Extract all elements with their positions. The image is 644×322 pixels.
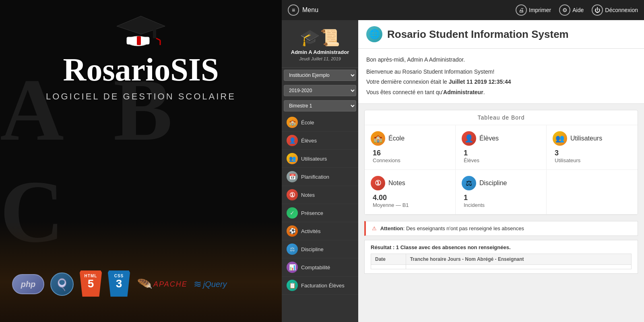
left-panel: A B C RosarioSIS LOGICIEL DE [0, 0, 282, 322]
alert-icon: ⚠ [372, 225, 377, 231]
result-table: Date Tranche horaire Jours - Nom Abrégé … [371, 254, 632, 269]
sidebar-item-presence[interactable]: ✓ Présence [282, 204, 358, 222]
menu-label: Menu [302, 6, 318, 14]
cell-count-ecole: 16 [371, 149, 449, 157]
cell-label-discipline: Incidents [462, 202, 540, 208]
sidebar-item-ecole[interactable]: 🏫 École [282, 114, 358, 132]
sidebar-item-utilisateurs[interactable]: 👥 Utilisateurs [282, 150, 358, 168]
comptabilite-label: Comptabilité [301, 264, 330, 270]
sidebar-item-discipline[interactable]: ⚖ Discipline [282, 240, 358, 258]
cell-icon-utilisateurs: 👥 [553, 131, 567, 146]
ecole-label: École [301, 120, 314, 126]
cell-header-discipline: ⚖ Discipline [462, 176, 540, 190]
css3-badge: CSS 3 [108, 270, 130, 298]
content-title: Rosario Student Information System [387, 28, 569, 41]
welcome-section: Bon après-midi, Admin A Administrador. B… [358, 49, 644, 104]
dashboard-cell-discipline[interactable]: ⚖ Discipline 1 Incidents [456, 170, 547, 215]
cell-icon-eleves: 👤 [462, 131, 476, 146]
menu-button[interactable]: ≡ Menu [288, 4, 318, 16]
cell-count-eleves: 1 [462, 149, 540, 157]
dashboard-cell-utilisateurs[interactable]: 👥 Utilisateurs 3 Utilisateurs [547, 125, 638, 170]
app-body: 🎓📜 Admin A Administrador Jeudi Juillet 1… [282, 20, 644, 322]
right-panel: ≡ Menu 🖨 Imprimer ⚙ Aide ⏻ Déconnexion 🎓… [282, 0, 644, 322]
app-subtitle: LOGICIEL DE GESTION SCOLAIRE [40, 91, 242, 102]
discipline-icon: ⚖ [287, 244, 298, 255]
logout-icon: ⏻ [592, 4, 603, 16]
top-nav: ≡ Menu 🖨 Imprimer ⚙ Aide ⏻ Déconnexion [282, 0, 644, 20]
cell-label-ecole: Connexions [371, 157, 449, 163]
sidebar-item-facturation[interactable]: 📋 Facturation Élèves [282, 277, 358, 295]
content-area: 🌐 Rosario Student Information System Bon… [358, 20, 644, 322]
dashboard-cell-eleves[interactable]: 👤 Élèves 1 Élèves [456, 125, 547, 170]
cell-icon-ecole: 🏫 [371, 131, 385, 146]
notes-icon: ① [287, 189, 298, 200]
result-title: Résultat : 1 Classe avec des absences no… [371, 244, 632, 250]
facturation-icon: 📋 [287, 280, 298, 291]
sidebar-item-comptabilite[interactable]: 📊 Comptabilité [282, 258, 358, 277]
activites-icon: ⚽ [287, 225, 298, 237]
logout-button[interactable]: ⏻ Déconnexion [592, 4, 638, 16]
col-date: Date [371, 254, 406, 264]
presence-icon: ✓ [287, 207, 298, 219]
cell-header-utilisateurs: 👥 Utilisateurs [553, 131, 632, 146]
dashboard-cell-notes[interactable]: ① Notes 4.00 Moyenne — B1 [365, 170, 456, 215]
sidebar-item-activites[interactable]: ⚽ Activités [282, 222, 358, 240]
apache-badge: 🪶 APACHE [136, 277, 188, 291]
eleves-icon: 👤 [287, 135, 298, 146]
discipline-label: Discipline [301, 246, 324, 252]
cell-label-eleves: Élèves [462, 157, 540, 163]
alert-label: Attention [380, 225, 403, 231]
sidebar-date: Jeudi Juillet 11, 2019 [286, 56, 354, 61]
print-label: Imprimer [529, 7, 551, 13]
cell-header-ecole: 🏫 École [371, 131, 449, 146]
print-icon: 🖨 [516, 4, 527, 16]
dashboard-cell-ecole[interactable]: 🏫 École 16 Connexions [365, 125, 456, 170]
utilisateurs-icon: 👥 [287, 153, 298, 164]
cell-header-notes: ① Notes [371, 176, 449, 190]
bimestre-select[interactable]: Bimestre 1 [284, 100, 356, 111]
help-label: Aide [572, 7, 584, 13]
nav-actions: 🖨 Imprimer ⚙ Aide ⏻ Déconnexion [516, 4, 638, 16]
utilisateurs-label: Utilisateurs [301, 156, 327, 162]
svg-marker-0 [117, 16, 165, 34]
logout-label: Déconnexion [605, 7, 638, 13]
cell-count-notes: 4.00 [371, 194, 449, 202]
cell-schedule [406, 264, 631, 269]
facturation-label: Facturation Élèves [301, 283, 345, 289]
planification-label: Planification [301, 174, 329, 180]
activites-label: Activités [301, 228, 320, 234]
cell-name-utilisateurs: Utilisateurs [570, 135, 602, 142]
cell-count-utilisateurs: 3 [553, 149, 632, 157]
cell-name-eleves: Élèves [479, 135, 499, 142]
svg-rect-6 [137, 36, 141, 45]
cell-icon-notes: ① [371, 176, 385, 190]
content-header: 🌐 Rosario Student Information System [358, 20, 644, 49]
print-button[interactable]: 🖨 Imprimer [516, 4, 551, 16]
sidebar-item-planification[interactable]: 📅 Planification [282, 168, 358, 186]
logo-area: RosarioSIS LOGICIEL DE GESTION SCOLAIRE [40, 12, 242, 102]
cell-name-ecole: École [388, 135, 405, 142]
notes-label: Notes [301, 192, 315, 198]
sidebar-username: Admin A Administrador [286, 49, 354, 55]
eleves-label: Élèves [301, 138, 317, 144]
menu-icon: ≡ [288, 4, 299, 16]
php-badge: php [12, 274, 44, 294]
tech-logos: php HTML 5 CSS 3 🪶 [12, 270, 262, 298]
presence-label: Présence [301, 210, 323, 216]
cell-label-notes: Moyenne — B1 [371, 202, 449, 208]
help-button[interactable]: ⚙ Aide [559, 4, 584, 16]
sidebar-item-eleves[interactable]: 👤 Élèves [282, 132, 358, 150]
institution-select[interactable]: Institución Ejemplo [284, 70, 356, 81]
sidebar-avatar: 🎓📜 [286, 28, 354, 47]
app-title: RosarioSIS [40, 52, 242, 87]
year-select[interactable]: 2019-2020 [284, 85, 356, 96]
svg-rect-1 [153, 26, 156, 38]
sidebar-item-notes[interactable]: ① Notes [282, 186, 358, 204]
cell-header-eleves: 👤 Élèves [462, 131, 540, 146]
planification-icon: 📅 [287, 171, 298, 182]
dashboard-title: Tableau de Bord [365, 110, 638, 125]
sidebar: 🎓📜 Admin A Administrador Jeudi Juillet 1… [282, 20, 358, 322]
dashboard-section: Tableau de Bord 🏫 École 16 Connexions [364, 110, 638, 215]
graduation-cap-icon [115, 12, 167, 48]
cell-date [371, 264, 406, 269]
